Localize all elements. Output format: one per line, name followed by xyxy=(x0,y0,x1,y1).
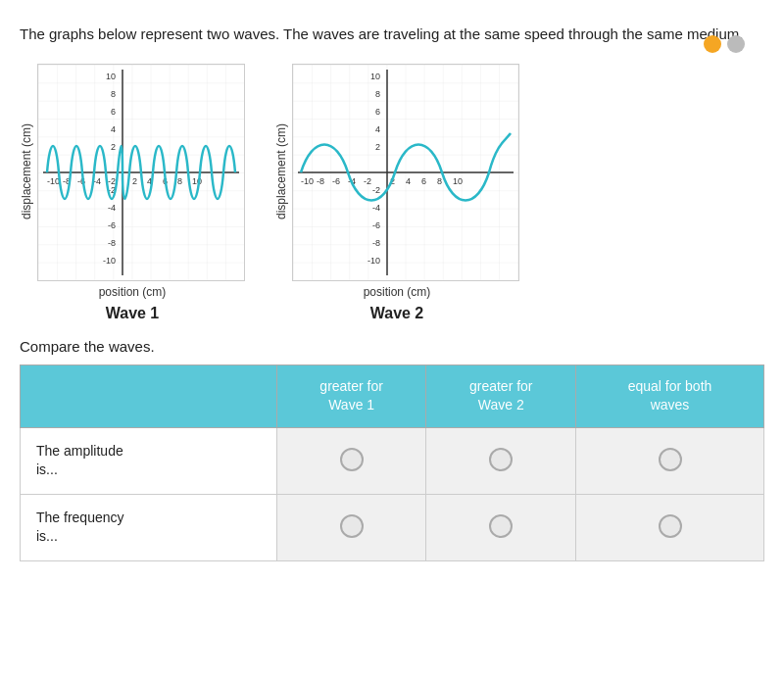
wave1-svg: 10 8 6 4 2 -2 -4 -6 -8 -10 -10 xyxy=(38,65,244,280)
frequency-equal-cell xyxy=(576,494,764,560)
amplitude-wave1-radio[interactable] xyxy=(340,448,364,471)
amplitude-label: The amplitude is... xyxy=(21,427,277,494)
table-header-row: greater for Wave 1 greater for Wave 2 eq… xyxy=(21,364,764,427)
wave2-svg: 10 8 6 4 2 -2 -4 -6 -8 -10 -10 -8 -6 xyxy=(293,65,518,280)
svg-text:-8: -8 xyxy=(372,238,380,248)
svg-text:2: 2 xyxy=(111,142,116,152)
intro-text: The graphs below represent two waves. Th… xyxy=(20,24,764,46)
svg-text:-10: -10 xyxy=(301,176,314,186)
header-wave2: greater for Wave 2 xyxy=(426,364,576,427)
orange-icon xyxy=(704,35,721,53)
table-row: The frequency is... xyxy=(21,494,764,560)
wave2-y-label: displacement (cm) xyxy=(274,123,288,219)
graphs-row: displacement (cm) xyxy=(20,64,764,322)
wave1-x-label: position (cm) xyxy=(99,285,167,299)
wave2-x-label: position (cm) xyxy=(364,285,431,299)
wave2-container: displacement (cm) xyxy=(274,64,519,322)
wave1-container: displacement (cm) xyxy=(20,64,245,322)
svg-text:10: 10 xyxy=(453,176,463,186)
frequency-wave2-radio[interactable] xyxy=(489,514,513,538)
frequency-equal-radio[interactable] xyxy=(659,514,682,538)
svg-text:-2: -2 xyxy=(372,185,380,195)
svg-text:6: 6 xyxy=(421,176,426,186)
header-equal: equal for both waves xyxy=(576,364,764,427)
table-row: The amplitude is... xyxy=(21,427,764,494)
wave1-wrapper: displacement (cm) xyxy=(20,64,245,281)
svg-text:6: 6 xyxy=(375,107,380,117)
amplitude-wave1-cell xyxy=(276,427,426,494)
svg-text:-6: -6 xyxy=(332,176,340,186)
svg-text:-10: -10 xyxy=(368,256,380,266)
svg-text:-10: -10 xyxy=(47,176,60,186)
frequency-label: The frequency is... xyxy=(21,494,277,560)
svg-text:10: 10 xyxy=(106,72,116,81)
svg-text:4: 4 xyxy=(375,124,380,134)
wave1-y-label: displacement (cm) xyxy=(20,123,33,219)
wave1-title: Wave 1 xyxy=(106,305,160,322)
frequency-wave2-cell xyxy=(426,494,576,560)
svg-text:8: 8 xyxy=(437,176,442,186)
amplitude-wave2-radio[interactable] xyxy=(489,448,513,471)
frequency-wave1-cell xyxy=(276,494,426,560)
amplitude-equal-radio[interactable] xyxy=(659,448,682,471)
svg-text:-2: -2 xyxy=(364,176,371,186)
svg-text:-2: -2 xyxy=(108,176,116,186)
comparison-table: greater for Wave 1 greater for Wave 2 eq… xyxy=(20,364,764,562)
svg-text:-4: -4 xyxy=(108,203,116,213)
svg-text:-10: -10 xyxy=(103,256,116,266)
header-empty xyxy=(21,364,277,427)
header-wave1: greater for Wave 1 xyxy=(276,364,426,427)
svg-text:-6: -6 xyxy=(108,220,116,230)
svg-text:8: 8 xyxy=(375,89,380,99)
wave2-title: Wave 2 xyxy=(370,305,424,322)
svg-text:-8: -8 xyxy=(317,176,324,186)
svg-text:10: 10 xyxy=(370,72,380,81)
svg-text:-4: -4 xyxy=(372,203,380,213)
frequency-wave1-radio[interactable] xyxy=(340,514,364,538)
svg-text:-6: -6 xyxy=(372,220,380,230)
svg-text:6: 6 xyxy=(111,107,116,117)
svg-text:-8: -8 xyxy=(108,238,116,248)
wave2-graph: 10 8 6 4 2 -2 -4 -6 -8 -10 -10 -8 -6 xyxy=(292,64,519,281)
svg-text:2: 2 xyxy=(375,142,380,152)
compare-label: Compare the waves. xyxy=(20,338,764,355)
status-icons xyxy=(704,35,745,53)
gray-icon xyxy=(727,35,745,53)
svg-text:4: 4 xyxy=(111,124,116,134)
svg-text:8: 8 xyxy=(111,89,116,99)
wave2-wrapper: displacement (cm) xyxy=(274,64,519,281)
svg-text:2: 2 xyxy=(132,176,137,186)
wave1-graph: 10 8 6 4 2 -2 -4 -6 -8 -10 -10 xyxy=(37,64,245,281)
amplitude-wave2-cell xyxy=(426,427,576,494)
amplitude-equal-cell xyxy=(576,427,764,494)
svg-text:4: 4 xyxy=(406,176,411,186)
svg-text:8: 8 xyxy=(177,176,182,186)
